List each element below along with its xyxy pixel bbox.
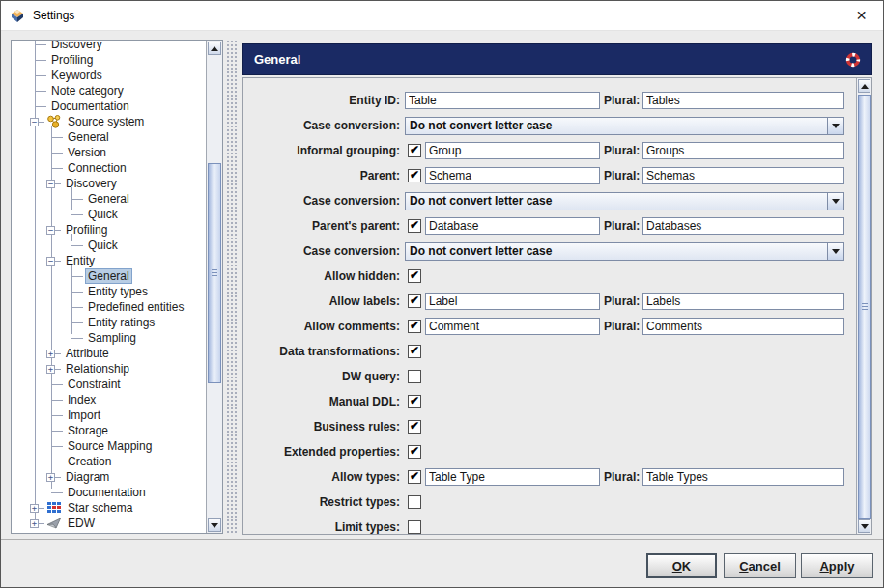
expand-icon[interactable]: + [30,519,39,528]
tree-item-edw[interactable]: +EDW [12,516,206,531]
ok-button[interactable]: OK [646,553,717,578]
tree-item-star-schema[interactable]: +Star schema [12,500,206,516]
tree-item-connection[interactable]: Connection [12,160,206,176]
manual-ddl-checkbox[interactable]: ✔ [408,395,421,408]
business-rules-checkbox[interactable]: ✔ [408,420,421,434]
tree-item-general[interactable]: General [12,191,206,207]
expand-icon[interactable]: + [46,365,55,374]
tree-item-quick[interactable]: Quick [12,238,206,253]
tree-scrollbar[interactable] [206,41,222,533]
tree-connector [71,292,83,293]
restrict-types-checkbox[interactable] [408,495,421,509]
parent-checkbox[interactable]: ✔ [408,169,421,182]
tree-item-source-system[interactable]: −Source system [12,114,206,129]
tree-item-relationship[interactable]: +Relationship [12,361,206,377]
dw-query-checkbox[interactable] [408,370,421,383]
tree-item-general[interactable]: General [12,129,206,145]
combo-arrow-button[interactable] [827,243,843,260]
case-conversion-dropdown[interactable]: Do not convert letter case [405,117,844,135]
scroll-up-button[interactable] [208,42,221,55]
collapse-icon[interactable]: − [46,226,55,235]
tree-connector [71,307,83,308]
dropdown-value: Do not convert letter case [406,244,827,258]
tree-item-entity-types[interactable]: Entity types [12,284,206,299]
tree-item-documentation[interactable]: Documentation [12,485,206,500]
informal-grouping-input[interactable] [425,142,600,159]
tree-item-general[interactable]: General [12,268,206,284]
parent-s-parent-plural-input[interactable] [642,217,844,235]
expand-icon[interactable]: + [46,350,55,358]
tree-item-profiling[interactable]: −Profiling [12,222,206,238]
split-pane-divider[interactable] [226,40,239,535]
scrollbar-thumb[interactable] [208,163,221,383]
allow-hidden-checkbox[interactable]: ✔ [408,269,421,283]
parent-input[interactable] [425,167,600,184]
allow-types-checkbox[interactable]: ✔ [408,470,421,484]
case-conversion-dropdown[interactable]: Do not convert letter case [405,192,844,210]
page-title: General [254,52,300,67]
scrollbar-thumb[interactable] [858,95,871,519]
tree-item-creation[interactable]: Creation [12,454,206,469]
settings-tree-panel: DiscoveryProfilingKeywordsNote categoryD… [11,40,223,534]
data-transformations-checkbox[interactable]: ✔ [408,345,421,358]
tree-item-keywords[interactable]: Keywords [12,68,206,83]
form-row-data-transformations: Data transformations:✔ [251,343,856,360]
tree-item-import[interactable]: Import [12,407,206,423]
tree-item-documentation[interactable]: Documentation [12,98,206,114]
limit-types-checkbox[interactable] [408,520,421,534]
help-lifering-icon[interactable] [845,52,861,68]
allow-comments-plural-input[interactable] [642,318,844,335]
entity-id-plural-input[interactable] [642,92,844,109]
parent-s-parent-checkbox[interactable]: ✔ [408,219,421,233]
extended-properties-checkbox[interactable]: ✔ [408,445,421,459]
tree-item-discovery[interactable]: −Discovery [12,176,206,191]
tree-item-constraint[interactable]: Constraint [12,377,206,392]
tree-item-storage[interactable]: Storage [12,423,206,438]
informal-grouping-checkbox[interactable]: ✔ [408,144,421,157]
expand-icon[interactable]: + [46,473,55,482]
form-row-case-conversion: Case conversion:Do not convert letter ca… [251,192,856,210]
informal-grouping-plural-input[interactable] [642,142,844,159]
allow-labels-plural-input[interactable] [642,293,844,310]
allow-comments-input[interactable] [425,318,600,335]
tree-item-quick[interactable]: Quick [12,207,206,222]
tree-connector [51,446,63,447]
allow-comments-checkbox[interactable]: ✔ [408,320,421,333]
tree-item-note-category[interactable]: Note category [12,83,206,98]
tree-item-version[interactable]: Version [12,145,206,160]
entity-id-input[interactable] [405,92,600,109]
case-conversion-dropdown[interactable]: Do not convert letter case [405,242,844,261]
parent-plural-input[interactable] [642,167,844,184]
apply-button[interactable]: Apply [801,553,873,578]
tree-item-sampling[interactable]: Sampling [12,330,206,346]
cancel-button[interactable]: Cancel [724,553,796,578]
tree-item-source-mapping[interactable]: Source Mapping [12,438,206,454]
form-row-manual-ddl: Manual DDL:✔ [251,393,856,410]
scroll-down-button[interactable] [858,519,870,533]
tree-item-diagram[interactable]: +Diagram [12,469,206,485]
title-bar[interactable]: Settings ✕ [1,1,883,31]
collapse-icon[interactable]: − [30,118,39,126]
tree-connector [71,214,83,215]
allow-types-input[interactable] [425,468,600,486]
scroll-down-button[interactable] [208,518,221,532]
allow-labels-input[interactable] [425,293,600,310]
tree-item-attribute[interactable]: +Attribute [12,346,206,361]
tree-item-index[interactable]: Index [12,392,206,407]
allow-labels-checkbox[interactable]: ✔ [408,294,421,308]
collapse-icon[interactable]: − [46,180,55,188]
tree-item-discovery[interactable]: Discovery [12,41,206,52]
scroll-up-button[interactable] [858,79,870,93]
combo-arrow-button[interactable] [827,193,843,210]
form-scrollbar[interactable] [856,78,871,534]
tree-item-entity[interactable]: −Entity [12,253,206,268]
parent-s-parent-input[interactable] [425,217,600,235]
collapse-icon[interactable]: − [46,257,55,266]
tree-item-entity-ratings[interactable]: Entity ratings [12,315,206,330]
tree-item-predefined-entities[interactable]: Predefined entities [12,299,206,315]
combo-arrow-button[interactable] [827,118,843,134]
allow-types-plural-input[interactable] [642,468,844,486]
tree-item-profiling[interactable]: Profiling [12,52,206,68]
expand-icon[interactable]: + [30,504,39,513]
close-button[interactable]: ✕ [840,1,883,30]
